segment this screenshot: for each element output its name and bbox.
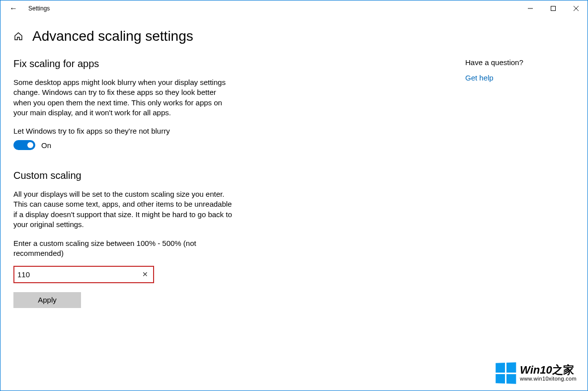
window-title: Settings <box>28 5 50 12</box>
home-icon[interactable] <box>13 31 23 41</box>
help-sidebar: Have a question? Get help <box>465 58 565 308</box>
custom-scaling-input[interactable] <box>17 270 140 279</box>
help-question: Have a question? <box>465 58 565 67</box>
watermark-brand: Win10之家 <box>520 365 577 376</box>
window-controls <box>519 0 588 16</box>
minimize-button[interactable] <box>519 0 542 16</box>
apply-button[interactable]: Apply <box>13 292 81 308</box>
main-column: Fix scaling for apps Some desktop apps m… <box>13 58 332 308</box>
content-area: Fix scaling for apps Some desktop apps m… <box>0 58 588 308</box>
custom-scaling-input-label: Enter a custom scaling size between 100%… <box>13 238 227 259</box>
fix-blurry-toggle-row: On <box>13 140 332 150</box>
fix-scaling-section: Fix scaling for apps Some desktop apps m… <box>13 58 332 150</box>
get-help-link[interactable]: Get help <box>465 74 494 82</box>
custom-scaling-description: All your displays will be set to the cus… <box>13 189 232 230</box>
fix-blurry-toggle[interactable] <box>13 140 35 150</box>
watermark: Win10之家 www.win10xitong.com <box>495 363 577 384</box>
clear-input-icon[interactable]: ✕ <box>140 270 150 278</box>
custom-scaling-section: Custom scaling All your displays will be… <box>13 170 332 308</box>
titlebar: ← Settings <box>0 0 588 16</box>
close-button[interactable] <box>565 0 588 16</box>
back-arrow-icon[interactable]: ← <box>9 4 24 13</box>
custom-scaling-input-container: ✕ <box>13 266 154 283</box>
fix-scaling-heading: Fix scaling for apps <box>13 58 332 70</box>
maximize-button[interactable] <box>542 0 565 16</box>
watermark-url: www.win10xitong.com <box>520 376 577 382</box>
fix-blurry-toggle-label: Let Windows try to fix apps so they're n… <box>13 127 332 135</box>
watermark-text: Win10之家 www.win10xitong.com <box>520 365 577 382</box>
fix-scaling-description: Some desktop apps might look blurry when… <box>13 78 232 118</box>
windows-logo-icon <box>496 362 516 384</box>
page-header: Advanced scaling settings <box>0 16 588 58</box>
svg-rect-1 <box>551 6 556 11</box>
toggle-knob-icon <box>27 142 33 148</box>
page-title: Advanced scaling settings <box>32 28 193 44</box>
fix-blurry-toggle-state: On <box>41 141 51 150</box>
custom-scaling-heading: Custom scaling <box>13 170 332 181</box>
